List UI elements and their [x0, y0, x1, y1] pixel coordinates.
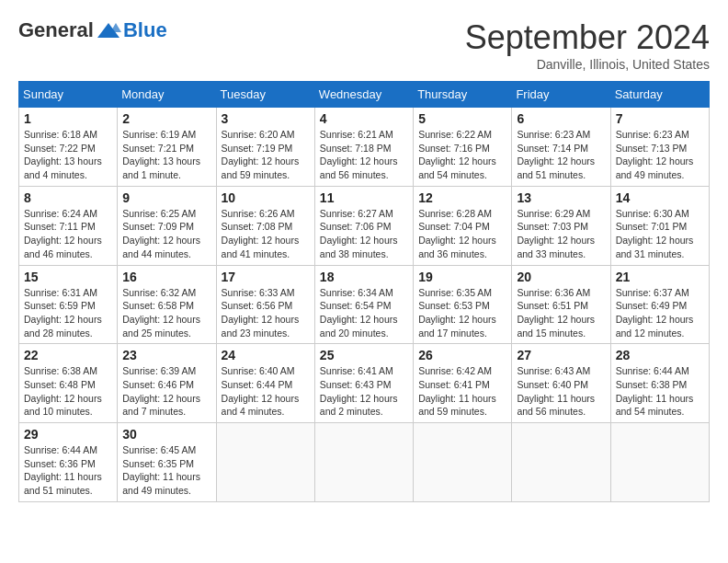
weekday-header: Saturday [610, 82, 709, 108]
calendar-cell: 19 Sunrise: 6:35 AMSunset: 6:53 PMDaylig… [414, 265, 512, 344]
calendar-cell: 11 Sunrise: 6:27 AMSunset: 7:06 PMDaylig… [314, 186, 413, 265]
calendar-cell: 24 Sunrise: 6:40 AMSunset: 6:44 PMDaylig… [216, 344, 314, 423]
day-number: 24 [222, 348, 310, 362]
logo-general: General [18, 18, 94, 42]
cell-info: Sunrise: 6:27 AMSunset: 7:06 PMDaylight:… [320, 208, 398, 259]
day-number: 25 [320, 348, 408, 362]
calendar-cell: 2 Sunrise: 6:19 AMSunset: 7:21 PMDayligh… [118, 108, 216, 187]
cell-info: Sunrise: 6:28 AMSunset: 7:04 PMDaylight:… [418, 208, 496, 259]
calendar-cell: 26 Sunrise: 6:42 AMSunset: 6:41 PMDaylig… [414, 344, 512, 423]
calendar-cell: 27 Sunrise: 6:43 AMSunset: 6:40 PMDaylig… [512, 344, 610, 423]
day-number: 3 [222, 111, 310, 126]
calendar-cell: 20 Sunrise: 6:36 AMSunset: 6:51 PMDaylig… [512, 265, 610, 344]
day-number: 5 [418, 111, 506, 126]
day-number: 28 [616, 348, 704, 362]
cell-info: Sunrise: 6:44 AMSunset: 6:36 PMDaylight:… [24, 444, 102, 496]
calendar-cell: 15 Sunrise: 6:31 AMSunset: 6:59 PMDaylig… [19, 265, 118, 344]
calendar-cell: 8 Sunrise: 6:24 AMSunset: 7:11 PMDayligh… [19, 186, 118, 265]
calendar-cell: 4 Sunrise: 6:21 AMSunset: 7:18 PMDayligh… [314, 108, 413, 187]
logo: General Blue [18, 18, 167, 42]
weekday-header: Friday [512, 82, 610, 108]
cell-info: Sunrise: 6:19 AMSunset: 7:21 PMDaylight:… [122, 129, 200, 180]
cell-info: Sunrise: 6:30 AMSunset: 7:01 PMDaylight:… [616, 208, 694, 259]
day-number: 4 [320, 111, 408, 126]
cell-info: Sunrise: 6:37 AMSunset: 6:49 PMDaylight:… [616, 287, 694, 339]
cell-info: Sunrise: 6:35 AMSunset: 6:53 PMDaylight:… [418, 287, 496, 339]
cell-info: Sunrise: 6:43 AMSunset: 6:40 PMDaylight:… [517, 365, 595, 417]
cell-info: Sunrise: 6:21 AMSunset: 7:18 PMDaylight:… [320, 129, 398, 180]
weekday-header: Wednesday [314, 82, 413, 108]
cell-info: Sunrise: 6:26 AMSunset: 7:08 PMDaylight:… [222, 208, 300, 259]
calendar-cell: 13 Sunrise: 6:29 AMSunset: 7:03 PMDaylig… [512, 186, 610, 265]
calendar-cell: 5 Sunrise: 6:22 AMSunset: 7:16 PMDayligh… [414, 108, 512, 187]
cell-info: Sunrise: 6:23 AMSunset: 7:14 PMDaylight:… [517, 129, 595, 180]
calendar-cell [512, 423, 610, 502]
cell-info: Sunrise: 6:22 AMSunset: 7:16 PMDaylight:… [418, 129, 496, 180]
day-number: 22 [24, 348, 112, 362]
svg-marker-1 [110, 23, 121, 32]
day-number: 12 [418, 190, 506, 205]
cell-info: Sunrise: 6:31 AMSunset: 6:59 PMDaylight:… [24, 287, 102, 339]
day-number: 2 [122, 111, 210, 126]
calendar-cell: 7 Sunrise: 6:23 AMSunset: 7:13 PMDayligh… [610, 108, 709, 187]
calendar-cell: 6 Sunrise: 6:23 AMSunset: 7:14 PMDayligh… [512, 108, 610, 187]
calendar-cell [314, 423, 413, 502]
calendar-cell: 14 Sunrise: 6:30 AMSunset: 7:01 PMDaylig… [610, 186, 709, 265]
calendar-cell [414, 423, 512, 502]
day-number: 19 [418, 270, 506, 284]
day-number: 1 [24, 111, 112, 126]
weekday-header: Tuesday [216, 82, 314, 108]
logo-blue: Blue [123, 18, 167, 42]
day-number: 13 [517, 190, 605, 205]
cell-info: Sunrise: 6:42 AMSunset: 6:41 PMDaylight:… [418, 365, 496, 417]
cell-info: Sunrise: 6:38 AMSunset: 6:48 PMDaylight:… [24, 365, 102, 417]
calendar-cell: 23 Sunrise: 6:39 AMSunset: 6:46 PMDaylig… [118, 344, 216, 423]
logo-icon [96, 21, 121, 40]
day-number: 6 [517, 111, 605, 126]
month-title: September 2024 [465, 18, 710, 57]
calendar-table: SundayMondayTuesdayWednesdayThursdayFrid… [18, 81, 710, 502]
calendar-cell: 10 Sunrise: 6:26 AMSunset: 7:08 PMDaylig… [216, 186, 314, 265]
cell-info: Sunrise: 6:32 AMSunset: 6:58 PMDaylight:… [122, 287, 200, 339]
weekday-header: Thursday [414, 82, 512, 108]
cell-info: Sunrise: 6:29 AMSunset: 7:03 PMDaylight:… [517, 208, 595, 259]
day-number: 8 [24, 190, 112, 205]
cell-info: Sunrise: 6:23 AMSunset: 7:13 PMDaylight:… [616, 129, 694, 180]
weekday-header: Sunday [19, 82, 118, 108]
day-number: 10 [222, 190, 310, 205]
calendar-cell [216, 423, 314, 502]
cell-info: Sunrise: 6:36 AMSunset: 6:51 PMDaylight:… [517, 287, 595, 339]
calendar-cell: 22 Sunrise: 6:38 AMSunset: 6:48 PMDaylig… [19, 344, 118, 423]
calendar-cell: 25 Sunrise: 6:41 AMSunset: 6:43 PMDaylig… [314, 344, 413, 423]
day-number: 30 [122, 427, 210, 442]
cell-info: Sunrise: 6:33 AMSunset: 6:56 PMDaylight:… [222, 287, 300, 339]
day-number: 16 [122, 270, 210, 284]
day-number: 9 [122, 190, 210, 205]
calendar-cell [610, 423, 709, 502]
calendar-cell: 9 Sunrise: 6:25 AMSunset: 7:09 PMDayligh… [118, 186, 216, 265]
day-number: 11 [320, 190, 408, 205]
cell-info: Sunrise: 6:44 AMSunset: 6:38 PMDaylight:… [616, 365, 694, 417]
cell-info: Sunrise: 6:24 AMSunset: 7:11 PMDaylight:… [24, 208, 102, 259]
day-number: 7 [616, 111, 704, 126]
day-number: 27 [517, 348, 605, 362]
day-number: 20 [517, 270, 605, 284]
calendar-cell: 28 Sunrise: 6:44 AMSunset: 6:38 PMDaylig… [610, 344, 709, 423]
calendar-cell: 3 Sunrise: 6:20 AMSunset: 7:19 PMDayligh… [216, 108, 314, 187]
weekday-header: Monday [118, 82, 216, 108]
calendar-cell: 21 Sunrise: 6:37 AMSunset: 6:49 PMDaylig… [610, 265, 709, 344]
calendar-cell: 16 Sunrise: 6:32 AMSunset: 6:58 PMDaylig… [118, 265, 216, 344]
calendar-cell: 1 Sunrise: 6:18 AMSunset: 7:22 PMDayligh… [19, 108, 118, 187]
calendar-cell: 29 Sunrise: 6:44 AMSunset: 6:36 PMDaylig… [19, 423, 118, 502]
day-number: 26 [418, 348, 506, 362]
calendar-cell: 18 Sunrise: 6:34 AMSunset: 6:54 PMDaylig… [314, 265, 413, 344]
day-number: 15 [24, 270, 112, 284]
day-number: 23 [122, 348, 210, 362]
title-block: September 2024 Danville, Illinois, Unite… [465, 18, 710, 72]
day-number: 14 [616, 190, 704, 205]
day-number: 18 [320, 270, 408, 284]
cell-info: Sunrise: 6:40 AMSunset: 6:44 PMDaylight:… [222, 365, 300, 417]
cell-info: Sunrise: 6:25 AMSunset: 7:09 PMDaylight:… [122, 208, 200, 259]
day-number: 29 [24, 427, 112, 442]
cell-info: Sunrise: 6:41 AMSunset: 6:43 PMDaylight:… [320, 365, 398, 417]
